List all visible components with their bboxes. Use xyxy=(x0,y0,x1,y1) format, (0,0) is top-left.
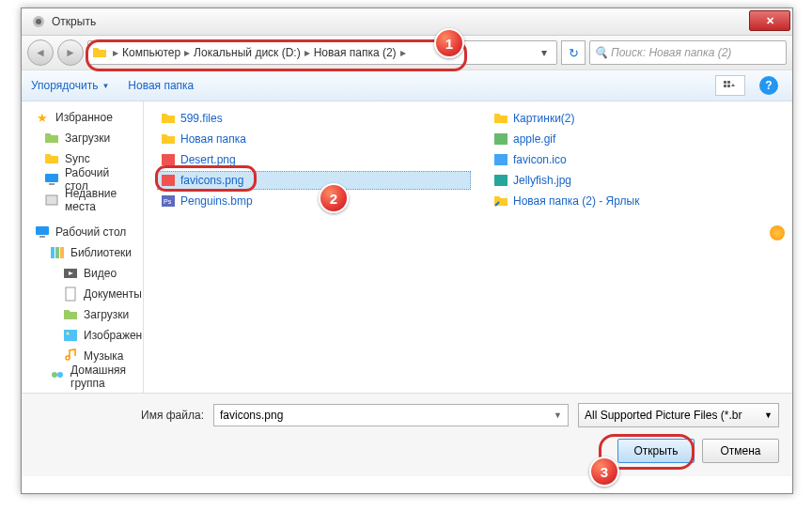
new-folder-button[interactable]: Новая папка xyxy=(128,79,194,92)
svg-rect-21 xyxy=(162,175,175,186)
search-input[interactable]: 🔍 Поиск: Новая папка (2) xyxy=(589,40,787,65)
file-item[interactable]: apple.gif xyxy=(490,130,779,148)
sidebar-documents[interactable]: Документы xyxy=(22,284,143,304)
svg-rect-8 xyxy=(46,195,57,205)
libraries-icon xyxy=(50,245,65,260)
navbar: ◄ ► ▸ Компьютер ▸ Локальный диск (D:) ▸ … xyxy=(22,36,792,70)
sidebar-libraries[interactable]: Библиотеки xyxy=(22,242,143,263)
forward-button[interactable]: ► xyxy=(57,39,84,66)
search-placeholder: Поиск: Новая папка (2) xyxy=(611,46,731,59)
file-item[interactable]: PsPenguins.bmp xyxy=(157,192,446,210)
help-button[interactable]: ? xyxy=(759,76,778,95)
close-button[interactable]: ✕ xyxy=(749,10,790,31)
sidebar-downloads[interactable]: Загрузки xyxy=(22,128,143,148)
organize-menu[interactable]: Упорядочить▼ xyxy=(31,79,109,92)
chevron-down-icon[interactable]: ▼ xyxy=(554,410,562,420)
svg-rect-24 xyxy=(494,133,508,145)
filename-label: Имя файла: xyxy=(35,409,204,422)
desktop-icon xyxy=(35,225,50,240)
chevron-down-icon: ▼ xyxy=(764,410,773,420)
svg-point-19 xyxy=(57,372,63,378)
video-icon xyxy=(63,266,78,281)
homegroup-icon xyxy=(50,369,65,384)
svg-rect-25 xyxy=(494,154,508,165)
refresh-button[interactable]: ↻ xyxy=(561,40,586,65)
window-title: Открыть xyxy=(52,15,96,28)
svg-text:Ps: Ps xyxy=(164,198,172,205)
file-column: 599.files Новая папка Desert.png favicon… xyxy=(157,109,471,385)
chevron-right-icon: ▸ xyxy=(182,46,192,59)
view-options[interactable] xyxy=(715,75,745,96)
file-column: Картинки(2) apple.gif favicon.ico Jellyf… xyxy=(490,109,779,385)
svg-rect-26 xyxy=(494,175,508,186)
annotation-marker-1: 1 xyxy=(434,28,464,58)
folder-icon xyxy=(161,132,176,147)
svg-point-17 xyxy=(67,333,70,335)
file-item[interactable]: 599.files xyxy=(157,109,446,128)
file-item[interactable]: Новая папка (2) - Ярлык xyxy=(490,192,779,210)
recent-icon xyxy=(44,193,59,208)
folder-icon xyxy=(44,151,59,166)
open-button[interactable]: Открыть xyxy=(617,439,695,463)
sidebar: ★Избранное Загрузки Sync Рабочий стол Не… xyxy=(22,101,144,393)
image-icon xyxy=(493,173,508,188)
file-list: 599.files Новая папка Desert.png favicon… xyxy=(144,101,792,393)
toolbar: Упорядочить▼ Новая папка ? xyxy=(22,70,792,101)
svg-point-1 xyxy=(36,19,41,24)
chevron-right-icon: ▸ xyxy=(111,46,120,59)
svg-rect-9 xyxy=(36,226,49,235)
file-item[interactable]: Jellyfish.jpg xyxy=(490,171,779,190)
filename-input[interactable]: favicons.png▼ xyxy=(213,404,569,426)
breadcrumb-seg[interactable]: Новая папка (2) xyxy=(312,46,398,59)
file-item[interactable]: Desert.png xyxy=(157,150,446,169)
search-icon: 🔍 xyxy=(594,46,607,59)
breadcrumb-seg[interactable]: Компьютер xyxy=(120,46,182,59)
svg-rect-4 xyxy=(724,85,726,87)
sidebar-recent[interactable]: Недавние места xyxy=(22,190,143,210)
svg-rect-12 xyxy=(55,247,59,258)
folder-icon xyxy=(161,111,176,126)
document-icon xyxy=(63,286,78,302)
sidebar-desktop2[interactable]: Рабочий стол xyxy=(22,222,143,242)
filename-row: Имя файла: favicons.png▼ All Supported P… xyxy=(35,403,779,427)
button-row: Открыть Отмена xyxy=(35,439,779,463)
sidebar-pictures[interactable]: Изображения xyxy=(22,325,143,346)
sidebar-videos[interactable]: Видео xyxy=(22,263,143,284)
svg-rect-3 xyxy=(727,81,730,84)
music-icon xyxy=(63,348,78,364)
svg-rect-7 xyxy=(49,183,55,185)
svg-rect-10 xyxy=(39,236,45,238)
file-item[interactable]: Новая папка xyxy=(157,130,446,148)
filetype-select[interactable]: All Supported Picture Files (*.br▼ xyxy=(578,403,779,427)
annotation-marker-2: 2 xyxy=(319,183,349,213)
folder-icon xyxy=(493,111,508,126)
svg-rect-15 xyxy=(66,287,75,301)
pictures-icon xyxy=(63,328,78,343)
address-dropdown[interactable]: ▾ xyxy=(536,46,553,59)
star-icon: ★ xyxy=(35,110,50,125)
svg-rect-16 xyxy=(64,330,77,341)
image-icon xyxy=(493,152,508,167)
chevron-down-icon: ▼ xyxy=(102,82,109,90)
breadcrumb-seg[interactable]: Локальный диск (D:) xyxy=(192,46,303,59)
app-icon xyxy=(31,14,46,29)
svg-rect-5 xyxy=(727,85,730,87)
sidebar-homegroup[interactable]: Домашняя группа xyxy=(22,366,143,387)
file-item[interactable]: Картинки(2) xyxy=(490,109,779,128)
file-item-selected[interactable]: favicons.png xyxy=(157,171,471,190)
back-button[interactable]: ◄ xyxy=(27,39,54,66)
svg-rect-2 xyxy=(724,81,726,84)
image-icon: Ps xyxy=(161,194,176,209)
folder-icon xyxy=(63,307,78,322)
svg-point-18 xyxy=(52,372,57,378)
image-icon xyxy=(493,132,508,147)
body: ★Избранное Загрузки Sync Рабочий стол Не… xyxy=(22,101,792,393)
sidebar-downloads2[interactable]: Загрузки xyxy=(22,304,143,325)
sidebar-favorites[interactable]: ★Избранное xyxy=(22,107,143,128)
cancel-button[interactable]: Отмена xyxy=(702,439,779,463)
image-icon xyxy=(161,152,176,167)
file-item[interactable]: favicon.ico xyxy=(490,150,779,169)
folder-icon xyxy=(44,131,59,146)
image-icon xyxy=(161,173,176,188)
address-bar[interactable]: ▸ Компьютер ▸ Локальный диск (D:) ▸ Нова… xyxy=(87,40,557,65)
